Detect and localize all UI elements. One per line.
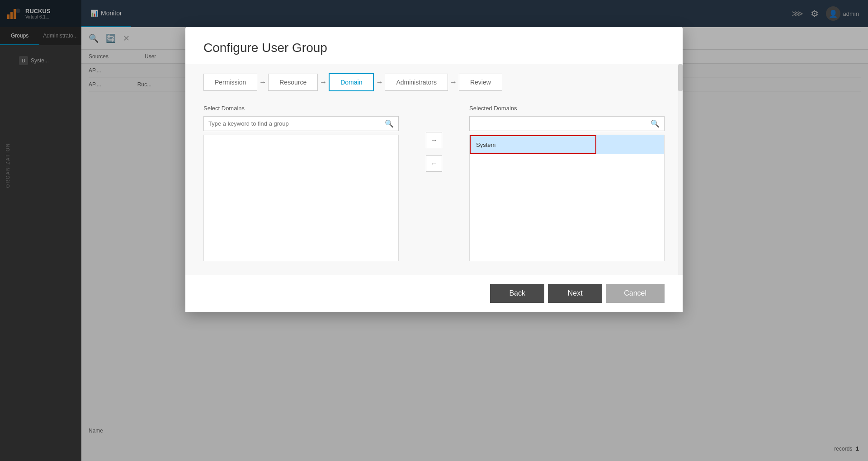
arrow-icon-1: →: [257, 78, 268, 86]
wizard-step-administrators[interactable]: Administrators: [385, 74, 448, 91]
select-search-icon[interactable]: 🔍: [385, 119, 394, 128]
scrollbar-thumb[interactable]: [678, 64, 683, 91]
scrollbar[interactable]: [678, 64, 683, 275]
arrow-icon-3: →: [374, 78, 385, 86]
dialog-title: Configure User Group: [185, 27, 683, 64]
wizard-step-domain[interactable]: Domain: [329, 73, 374, 91]
selected-domains-list: System: [469, 135, 665, 261]
cancel-button[interactable]: Cancel: [606, 284, 665, 303]
transfer-buttons: → ←: [426, 105, 442, 172]
remove-arrow-icon: ←: [431, 160, 437, 167]
dialog-overlay: Configure User Group Permission → Resour…: [0, 0, 868, 461]
dialog-content: Permission → Resource → Domain → Adminis…: [185, 64, 683, 275]
domains-section: Select Domains 🔍 →: [203, 105, 665, 261]
selected-domains-search-box: 🔍: [469, 116, 665, 131]
dialog-scroll-area: Permission → Resource → Domain → Adminis…: [185, 64, 683, 275]
wizard-step-resource[interactable]: Resource: [268, 74, 318, 91]
wizard-step-permission[interactable]: Permission: [203, 74, 257, 91]
dialog-container: Configure User Group Permission → Resour…: [185, 27, 683, 312]
selected-domains-title: Selected Domains: [469, 105, 665, 112]
select-domains-list: [203, 135, 399, 261]
system-label: System: [476, 141, 495, 148]
selected-domain-system[interactable]: System: [470, 135, 596, 154]
selected-domains-search-input[interactable]: [474, 120, 647, 127]
arrow-icon-4: →: [448, 78, 459, 86]
add-arrow-icon: →: [431, 136, 437, 144]
transfer-remove-button[interactable]: ←: [426, 155, 442, 172]
selected-domains-col: Selected Domains 🔍 System: [469, 105, 665, 261]
select-domains-title: Select Domains: [203, 105, 399, 112]
select-domains-col: Select Domains 🔍: [203, 105, 399, 261]
wizard-steps: Permission → Resource → Domain → Adminis…: [203, 73, 665, 91]
next-button[interactable]: Next: [548, 284, 602, 303]
arrow-icon-2: →: [318, 78, 329, 86]
dialog-footer: Back Next Cancel: [185, 275, 683, 312]
wizard-step-review[interactable]: Review: [459, 74, 502, 91]
select-domains-search-box: 🔍: [203, 116, 399, 131]
transfer-add-button[interactable]: →: [426, 132, 442, 148]
select-domains-search-input[interactable]: [208, 120, 381, 127]
selected-search-icon[interactable]: 🔍: [651, 119, 660, 128]
back-button[interactable]: Back: [490, 284, 544, 303]
